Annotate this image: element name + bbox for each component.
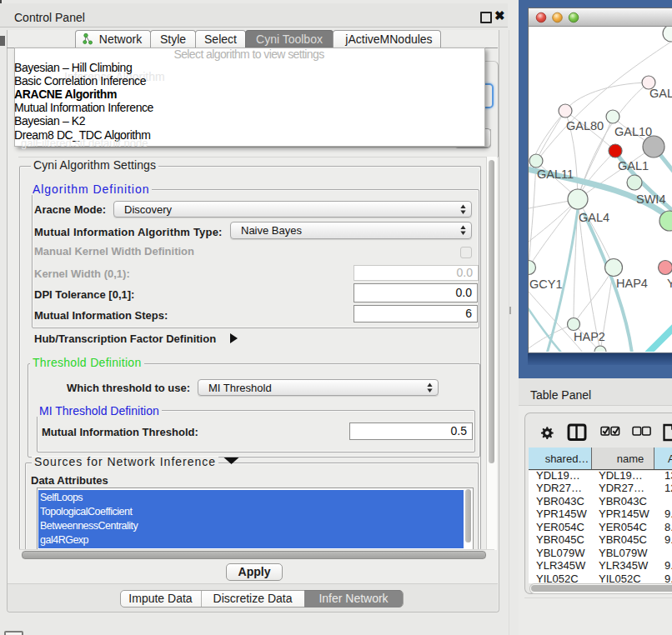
svg-text:GAL11: GAL11 <box>537 168 574 181</box>
svg-text:SWI4: SWI4 <box>636 192 665 206</box>
svg-text:GAL1: GAL1 <box>618 159 649 172</box>
svg-text:HAP4: HAP4 <box>616 277 648 290</box>
svg-text:GCY1: GCY1 <box>529 278 563 291</box>
svg-text:Y: Y <box>667 277 672 290</box>
svg-text:GAL7: GAL7 <box>649 87 672 100</box>
svg-text:GAL80: GAL80 <box>566 119 604 132</box>
svg-text:GAL4: GAL4 <box>579 211 609 224</box>
svg-text:GAL10: GAL10 <box>614 125 652 138</box>
svg-text:HAP2: HAP2 <box>574 330 605 343</box>
